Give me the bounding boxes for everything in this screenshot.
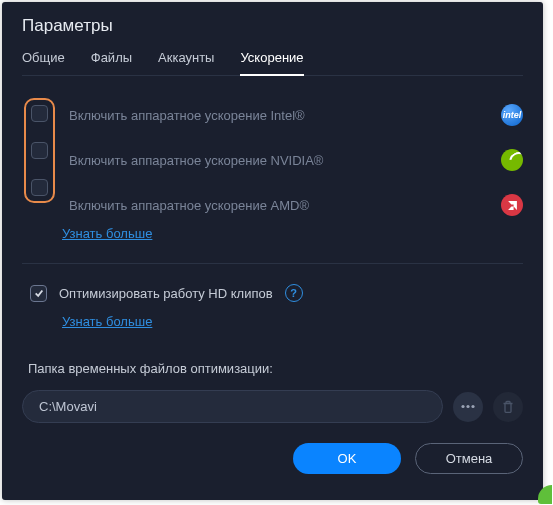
check-icon <box>34 288 44 298</box>
ellipsis-icon <box>461 404 475 409</box>
trash-icon <box>502 400 514 413</box>
tab-acceleration[interactable]: Ускорение <box>240 50 303 75</box>
hw-labels: Включить аппаратное ускорение Intel® int… <box>69 98 523 216</box>
amd-logo-icon <box>501 194 523 216</box>
window-title: Параметры <box>22 16 523 36</box>
hw-label-intel: Включить аппаратное ускорение Intel® <box>69 108 305 123</box>
hw-checkbox-highlight <box>24 98 55 203</box>
intel-logo-icon: intel <box>501 104 523 126</box>
tab-files[interactable]: Файлы <box>91 50 132 75</box>
browse-button[interactable] <box>453 392 483 422</box>
divider <box>22 263 523 264</box>
checkbox-amd[interactable] <box>31 179 48 196</box>
nvidia-logo-icon <box>501 149 523 171</box>
info-icon[interactable]: ? <box>285 284 303 302</box>
hw-acceleration-group: Включить аппаратное ускорение Intel® int… <box>22 98 523 216</box>
checkbox-nvidia[interactable] <box>31 142 48 159</box>
optimize-learn-more-link[interactable]: Узнать больше <box>62 314 152 329</box>
dialog-footer: OK Отмена <box>22 443 523 474</box>
svg-point-1 <box>466 405 469 408</box>
temp-folder-row <box>22 390 523 423</box>
preferences-window: Параметры Общие Файлы Аккаунты Ускорение… <box>2 2 543 500</box>
optimize-row: Оптимизировать работу HD клипов ? <box>22 284 523 302</box>
tab-accounts[interactable]: Аккаунты <box>158 50 214 75</box>
temp-folder-input[interactable] <box>22 390 443 423</box>
checkbox-intel[interactable] <box>31 105 48 122</box>
tab-general[interactable]: Общие <box>22 50 65 75</box>
tab-bar: Общие Файлы Аккаунты Ускорение <box>22 50 523 76</box>
temp-folder-label: Папка временных файлов оптимизации: <box>28 361 523 376</box>
checkbox-optimize-hd[interactable] <box>30 285 47 302</box>
hw-row-intel: Включить аппаратное ускорение Intel® int… <box>69 104 523 126</box>
svg-point-2 <box>471 405 474 408</box>
hw-row-nvidia: Включить аппаратное ускорение NVIDIA® <box>69 149 523 171</box>
cancel-button[interactable]: Отмена <box>415 443 523 474</box>
hw-label-nvidia: Включить аппаратное ускорение NVIDIA® <box>69 153 323 168</box>
ok-button[interactable]: OK <box>293 443 401 474</box>
optimize-label: Оптимизировать работу HD клипов <box>59 286 273 301</box>
delete-button <box>493 392 523 422</box>
hw-learn-more-link[interactable]: Узнать больше <box>62 226 152 241</box>
hw-label-amd: Включить аппаратное ускорение AMD® <box>69 198 309 213</box>
svg-point-0 <box>461 405 464 408</box>
hw-row-amd: Включить аппаратное ускорение AMD® <box>69 194 523 216</box>
